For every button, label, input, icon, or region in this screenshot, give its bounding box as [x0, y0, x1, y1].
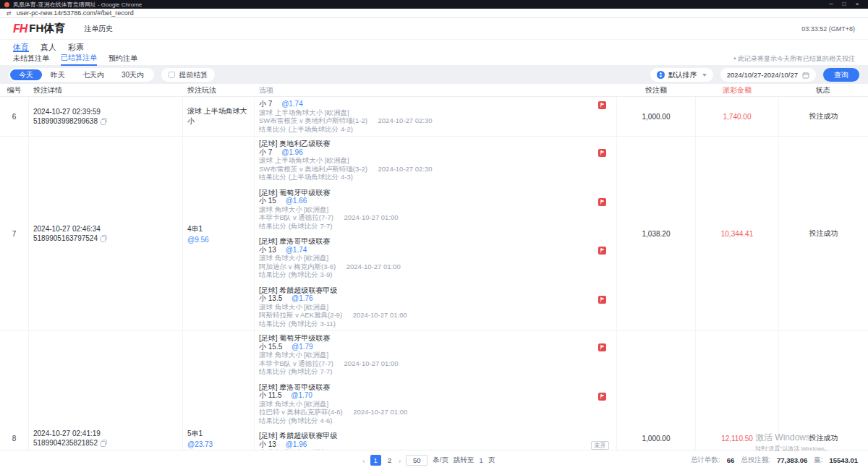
prev-page-button[interactable]: ‹ — [362, 456, 365, 465]
subtab-reserved[interactable]: 预约注单 — [109, 54, 137, 65]
sub-tabs: 未结算注单已结算注单预约注单• 此记录将显示今天所有已结算的相关投注 — [0, 52, 868, 65]
bet-amount: 1,000.00 — [617, 97, 696, 136]
cashout-filter[interactable]: 提前结算 — [161, 68, 215, 82]
leg-league: [足球] 摩洛哥甲级联赛 — [259, 383, 576, 392]
bet-options: 小 7 @1.74 滚球 上半场角球大小 [欧洲盘] SW布雷根茨 v 奥地利卢… — [255, 97, 617, 136]
leg-result: 结果比分 (角球比分 7-7) — [259, 367, 576, 376]
col-header-options: 选项 — [255, 84, 617, 96]
live-badge-icon — [598, 198, 606, 206]
logo-text: FH体育 — [29, 22, 65, 35]
bottom-bar: ‹ 12 › 条/页 跳转至 1 页 总计单数: 66 总投注额: 77,383… — [0, 450, 868, 470]
jump-label: 跳转至 — [454, 456, 475, 465]
bet-number: 7 — [0, 137, 29, 330]
maximize-button[interactable]: □ — [838, 0, 851, 9]
tab-sports[interactable]: 体育 — [13, 42, 29, 52]
main-tabs: 体育真人彩票 — [0, 40, 868, 52]
tab-live-casino[interactable]: 真人 — [41, 42, 56, 52]
leg-pick: 小 13.5 — [259, 294, 282, 302]
live-badge-icon — [598, 393, 606, 401]
table-row: 7 2024-10-27 02:46:34 5189905163797524 4… — [0, 137, 868, 331]
bet-number: 6 — [0, 97, 29, 136]
bet-options: [足球] 奥地利乙级联赛 小 7 @1.96 滚球 上半场角球大小 [欧洲盘] … — [255, 137, 617, 330]
leg-match: SW布雷根茨 v 奥地利卢斯特瑙(3-2) — [259, 165, 367, 173]
bet-status: 投注成功 — [779, 97, 868, 136]
col-header-payout: 派彩金额 — [696, 84, 779, 96]
range-pill-today[interactable]: 今天 — [10, 69, 42, 80]
sort-dropdown[interactable]: 默认排序 — [650, 68, 713, 82]
cashout-checkbox[interactable] — [169, 72, 175, 78]
leg-league: [足球] 葡萄牙甲级联赛 — [259, 189, 576, 197]
leg-odds: @1.76 — [292, 294, 313, 302]
live-badge-icon — [598, 343, 606, 351]
leg-match: 本菲卡B队 v 通德拉(7-7) — [259, 213, 333, 221]
jump-suffix: 页 — [488, 456, 495, 465]
subtab-unsettled[interactable]: 未结算注单 — [13, 54, 49, 65]
app-header: FH FH体育 注单历史 03:33:52 (GMT+8) — [0, 18, 868, 40]
page-size-input[interactable] — [406, 455, 427, 466]
range-pill-7days[interactable]: 七天内 — [74, 69, 113, 80]
range-pill-yesterday[interactable]: 昨天 — [42, 69, 74, 80]
totals-bar: 总计单数: 66 总投注额: 77,383.06 赢: 15543.01 — [691, 456, 858, 465]
live-badge-icon — [598, 247, 606, 255]
bet-play: 滚球 上半场角球大小 — [183, 97, 255, 136]
leg-odds: @1.96 — [286, 440, 307, 448]
address-url[interactable]: user-pc-new.14r53786.com/#/bet_record — [17, 9, 134, 17]
chevron-down-icon — [702, 74, 707, 77]
bet-leg: [足球] 摩洛哥甲级联赛 小 13 @1.74 滚球 角球大小 [欧洲盘] 阿加… — [259, 237, 610, 279]
bet-id: 5189904235821852 — [33, 439, 98, 447]
bet-table: 编号 投注详情 投注玩法 选项 投注额 派彩金额 状态 6 2024-10-27… — [0, 84, 868, 470]
search-button[interactable]: 查询 — [823, 68, 859, 82]
live-badge-icon — [598, 296, 606, 304]
leg-match: SW布雷根茨 v 奥地利卢斯特瑙(1-2) — [259, 116, 367, 124]
live-badge-icon — [598, 149, 606, 157]
page-size-label: 条/页 — [433, 456, 448, 465]
leg-result: 结果比分 (角球比分 3-9) — [259, 270, 576, 279]
col-header-amount: 投注额 — [617, 84, 696, 96]
leg-pick: 小 7 — [259, 148, 272, 156]
leg-result: 结果比分 (角球比分 7-7) — [259, 222, 576, 231]
close-button[interactable]: × — [851, 0, 864, 9]
tab-lottery[interactable]: 彩票 — [68, 42, 84, 52]
page-button-1[interactable]: 1 — [370, 455, 381, 466]
subtab-settled[interactable]: 已结算注单 — [61, 53, 97, 66]
leg-pick: 小 15 — [259, 197, 276, 205]
leg-odds: @1.74 — [286, 246, 307, 254]
url-bar[interactable]: ⇄ user-pc-new.14r53786.com/#/bet_record — [0, 9, 868, 18]
next-page-button[interactable]: › — [399, 456, 401, 465]
col-header-detail: 投注详情 — [29, 84, 183, 96]
leg-pick: 小 7 — [259, 100, 272, 108]
copy-icon[interactable] — [101, 235, 107, 242]
leg-pick: 小 13 — [259, 440, 276, 448]
leg-match-time: 2024-10-27 02:30 — [378, 165, 433, 173]
leg-tag: 未开 — [591, 441, 609, 450]
leg-market: 滚球 上半场角球大小 [欧洲盘] — [259, 108, 576, 117]
logo-fh-icon: FH — [13, 22, 27, 35]
favicon-icon — [4, 2, 9, 7]
bet-id: 5189903998299638 — [33, 117, 98, 125]
page-button-2[interactable]: 2 — [386, 456, 393, 464]
total-amount-value: 77,383.06 — [777, 456, 807, 464]
leg-result: 结果比分 (角球比分 3-11) — [259, 320, 576, 328]
copy-icon[interactable] — [101, 440, 107, 447]
bet-leg: [足球] 摩洛哥甲级联赛 小 11.5 @1.70 滚球 角球大小 [欧洲盘] … — [259, 383, 610, 425]
leg-match-time: 2024-10-27 02:30 — [378, 116, 433, 124]
bet-leg: [足球] 葡萄牙甲级联赛 小 15.5 @1.79 滚球 角球大小 [欧洲盘] … — [259, 334, 610, 376]
minimize-button[interactable]: ─ — [825, 0, 838, 9]
leg-pick: 小 13 — [259, 246, 276, 254]
window-title: 凤凰体育-亚洲在线体育竞猜网址 - Google Chrome — [13, 1, 825, 9]
total-amount-label: 总投注额: — [741, 456, 770, 465]
app-window: 凤凰体育-亚洲在线体育竞猜网址 - Google Chrome ─ □ × ⇄ … — [0, 0, 868, 470]
jump-page-value[interactable]: 1 — [480, 456, 483, 464]
sort-label: 默认排序 — [668, 70, 697, 80]
leg-result: 结果比分 (上半场角球比分 4-2) — [259, 125, 576, 134]
copy-icon[interactable] — [101, 118, 107, 125]
leg-market: 滚球 角球大小 [欧洲盘] — [259, 351, 576, 359]
leg-market: 滚球 角球大小 [欧洲盘] — [259, 254, 576, 262]
bet-amount: 1,038.20 — [617, 137, 696, 330]
date-range-picker[interactable]: 2024/10/27-2024/10/27 — [720, 68, 816, 82]
range-pill-30days[interactable]: 30天内 — [113, 69, 153, 80]
bet-status: 投注成功 — [779, 137, 868, 330]
table-row: 6 2024-10-27 02:39:59 5189903998299638 滚… — [0, 97, 868, 137]
leg-league: [足球] 葡萄牙甲级联赛 — [259, 334, 576, 343]
col-header-no: 编号 — [0, 84, 29, 96]
